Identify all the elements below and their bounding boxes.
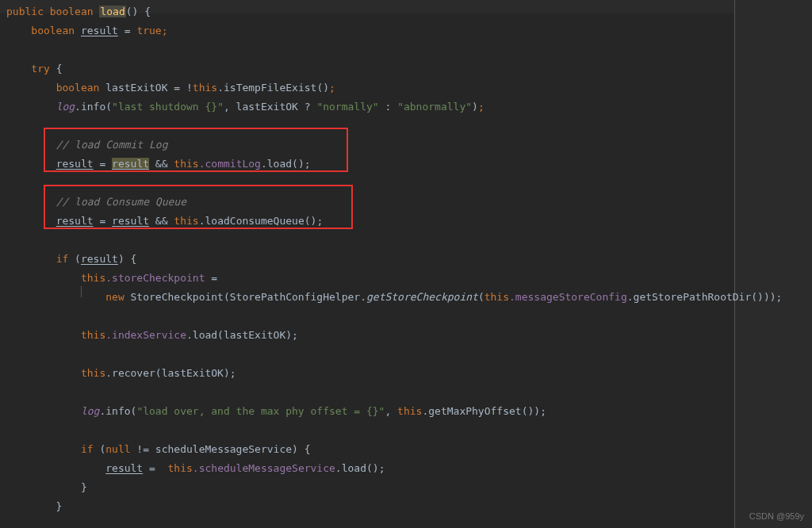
watermark: CSDN @959y — [749, 508, 804, 524]
code-line: result = result && this.commitLog.load()… — [6, 155, 728, 174]
code-line: boolean lastExitOK = !this.isTempFileExi… — [6, 78, 728, 98]
code-line: // load Consume Queue — [6, 193, 728, 212]
code-line: this.recover(lastExitOK); — [6, 364, 728, 383]
code-line — [6, 307, 728, 326]
code-editor[interactable]: public boolean load() { boolean result =… — [0, 0, 735, 528]
code-line — [6, 117, 728, 136]
code-line: // load Commit Log — [6, 136, 728, 155]
code-line: new StoreCheckpoint(StorePathConfigHelpe… — [6, 288, 728, 307]
code-line — [6, 345, 728, 364]
code-line — [6, 40, 728, 59]
code-line: log.info("load over, and the max phy off… — [6, 402, 728, 421]
code-line: log.info("last shutdown {}", lastExitOK … — [6, 98, 728, 117]
code-line — [6, 421, 728, 440]
code-line: result = this.scheduleMessageService.loa… — [6, 459, 728, 478]
code-line: this.indexService.load(lastExitOK); — [6, 326, 728, 345]
code-line: if (result) { — [6, 250, 728, 269]
code-line: } — [6, 497, 728, 516]
code-line: boolean result = true; — [6, 21, 728, 40]
code-line: } — [6, 478, 728, 497]
code-line: this.storeCheckpoint = — [6, 269, 728, 288]
code-line — [6, 383, 728, 402]
code-line: public boolean load() { — [6, 2, 728, 21]
code-line: if (null != scheduleMessageService) { — [6, 440, 728, 459]
code-line — [6, 174, 728, 193]
code-content: public boolean load() { boolean result =… — [6, 2, 728, 516]
code-line: try { — [6, 59, 728, 78]
code-line — [6, 231, 728, 250]
code-line: result = result && this.loadConsumeQueue… — [6, 212, 728, 231]
